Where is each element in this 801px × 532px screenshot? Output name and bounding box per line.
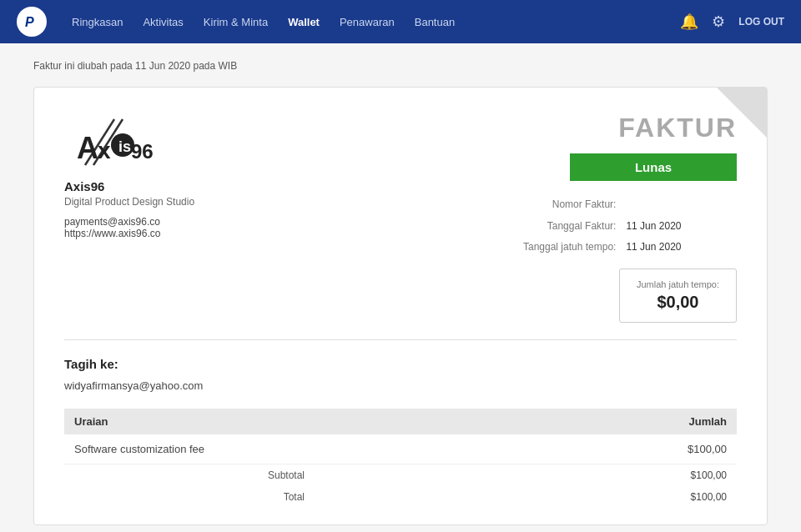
nav-bantuan[interactable]: Bantuan — [415, 16, 455, 28]
nav-penawaran[interactable]: Penawaran — [340, 16, 395, 28]
table-row: Software customization fee $100,00 — [64, 434, 737, 464]
nav-kirim-minta[interactable]: Kirim & Minta — [204, 16, 268, 28]
due-label: Jumlah jatuh tempo: — [637, 279, 719, 289]
svg-text:P: P — [25, 15, 34, 29]
nav-wallet[interactable]: Wallet — [288, 16, 320, 28]
subtotal-value: $100,00 — [315, 464, 737, 486]
invoice-right: FAKTUR Lunas Nomor Faktur: Tanggal Faktu… — [520, 113, 737, 323]
paypal-logo: P — [17, 7, 47, 37]
jatuh-tempo-label: Tanggal jatuh tempo: — [520, 237, 619, 258]
logout-button[interactable]: LOG OUT — [738, 16, 784, 28]
navbar: P Ringkasan Aktivitas Kirim & Minta Wall… — [0, 0, 801, 43]
total-row: Total $100,00 — [64, 486, 737, 508]
company-tagline: Digital Product Design Studio — [64, 196, 194, 208]
table-header-row: Uraian Jumlah — [64, 409, 737, 434]
company-name: Axis96 — [64, 179, 194, 193]
svg-text:96: 96 — [131, 140, 154, 163]
tanggal-value: 11 Jun 2020 — [619, 216, 684, 238]
settings-button[interactable]: ⚙ — [712, 13, 725, 31]
nomor-value — [619, 194, 684, 216]
svg-text:A: A — [77, 131, 98, 165]
tanggal-label: Tanggal Faktur: — [520, 216, 619, 238]
section-divider — [64, 339, 737, 340]
faktur-title: FAKTUR — [520, 113, 737, 143]
svg-text:x: x — [98, 138, 111, 163]
jatuh-tempo-value: 11 Jun 2020 — [619, 237, 684, 258]
nav-ringkasan[interactable]: Ringkasan — [72, 16, 123, 28]
modified-notice: Faktur ini diubah pada 11 Jun 2020 pada … — [33, 60, 768, 72]
invoice-card: A x is 96 Axis96 Digital Product Design … — [33, 87, 768, 525]
status-badge: Lunas — [570, 153, 737, 181]
svg-text:is: is — [118, 138, 131, 155]
row-jumlah: $100,00 — [315, 434, 737, 464]
due-amount: $0,00 — [637, 293, 719, 312]
billing-section: Tagih ke: widyafirmansya@yahoo.com — [64, 357, 737, 392]
company-url: https://www.axis96.co — [64, 228, 194, 239]
total-value: $100,00 — [315, 486, 737, 508]
table-body: Software customization fee $100,00 Subto… — [64, 434, 737, 508]
col-jumlah: Jumlah — [315, 409, 737, 434]
invoice-table: Uraian Jumlah Software customization fee… — [64, 409, 737, 508]
page-content: Faktur ini diubah pada 11 Jun 2020 pada … — [17, 43, 784, 532]
row-uraian: Software customization fee — [64, 434, 315, 464]
table-header: Uraian Jumlah — [64, 409, 737, 434]
nav-aktivitas[interactable]: Aktivitas — [143, 16, 183, 28]
nav-links: Ringkasan Aktivitas Kirim & Minta Wallet… — [72, 16, 655, 28]
nomor-label: Nomor Faktur: — [520, 194, 619, 216]
invoice-meta: Nomor Faktur: Tanggal Faktur: 11 Jun 202… — [520, 194, 737, 258]
company-info: A x is 96 Axis96 Digital Product Design … — [64, 113, 194, 239]
total-label: Total — [64, 486, 315, 508]
billing-title: Tagih ke: — [64, 357, 737, 371]
col-uraian: Uraian — [64, 409, 315, 434]
subtotal-row: Subtotal $100,00 — [64, 464, 737, 486]
company-logo: A x is 96 — [64, 113, 164, 171]
invoice-top: A x is 96 Axis96 Digital Product Design … — [64, 113, 737, 323]
company-email: payments@axis96.co — [64, 216, 194, 228]
billing-email: widyafirmansya@yahoo.com — [64, 379, 737, 392]
due-box: Jumlah jatuh tempo: $0,00 — [619, 269, 737, 323]
subtotal-label: Subtotal — [64, 464, 315, 486]
notifications-button[interactable]: 🔔 — [680, 13, 698, 31]
nav-right: 🔔 ⚙ LOG OUT — [680, 13, 784, 31]
